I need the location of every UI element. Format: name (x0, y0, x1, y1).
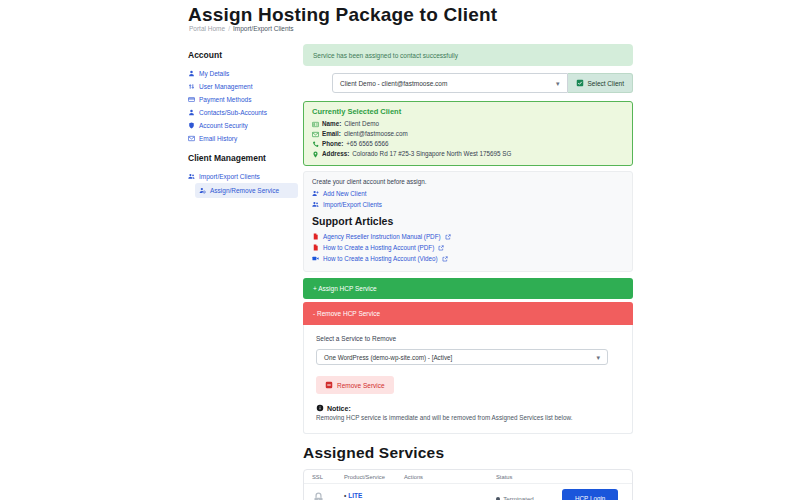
check-square-icon (576, 79, 584, 87)
sidebar: Account My Details User Management Payme… (188, 44, 298, 198)
col-actions: Actions (404, 474, 496, 480)
chevron-down-icon: ▾ (556, 80, 560, 87)
remove-service-button[interactable]: Remove Service (316, 376, 394, 394)
sidebar-item-my-details[interactable]: My Details (188, 67, 298, 80)
sidebar-item-account-security[interactable]: Account Security (188, 119, 298, 132)
user-plus-icon (312, 190, 319, 197)
support-article-link-hosting-video[interactable]: How to Create a Hosting Account (Video) (312, 253, 624, 264)
support-article-link-manual[interactable]: Agency Reseller Instruction Manual (PDF) (312, 231, 624, 242)
sidebar-item-import-export-clients[interactable]: Import/Export Clients (188, 170, 298, 183)
external-link-icon (442, 256, 448, 262)
bullet-icon: • (344, 492, 346, 499)
client-name-line: Name: Client Demo (312, 119, 624, 129)
users-icon (188, 173, 195, 180)
external-link-icon (438, 245, 444, 251)
users-icon (312, 201, 319, 208)
col-status: Status (496, 474, 562, 480)
user-icon (188, 109, 195, 116)
user-gear-icon (199, 187, 206, 194)
main-content: Service has been assigned to contact suc… (303, 44, 633, 500)
client-email-line: Email: client@fastmoose.com (312, 129, 624, 139)
pdf-file-icon (312, 244, 319, 251)
status-dot-icon (496, 497, 500, 500)
pdf-file-icon (312, 233, 319, 240)
remove-service-panel: Select a Service to Remove One WordPress… (303, 325, 633, 434)
breadcrumb-separator: / (228, 25, 230, 32)
video-icon (312, 255, 319, 262)
id-card-icon (312, 121, 319, 128)
notice-title: Notice: (327, 405, 351, 412)
col-product-service: Product/Service (344, 474, 404, 480)
table-row: •LITE ↳deletethistest.co.uk Terminated H… (304, 484, 632, 500)
client-select-row: Client Demo - client@fastmoose.com ▾ Sel… (303, 73, 633, 93)
assign-hosting-page: Assign Hosting Package to Client Portal … (0, 0, 800, 500)
add-new-client-link[interactable]: Add New Client (312, 188, 624, 199)
phone-icon (312, 141, 319, 148)
product-link[interactable]: •LITE (344, 492, 404, 499)
breadcrumb-home[interactable]: Portal Home (189, 25, 225, 32)
sidebar-item-assign-remove-service[interactable]: Assign/Remove Service (195, 183, 298, 198)
import-export-clients-link[interactable]: Import/Export Clients (312, 199, 624, 210)
hcp-login-button[interactable]: HCP Login (562, 489, 618, 500)
service-remove-select[interactable]: One WordPress (demo-wp-site.com) - [Acti… (316, 349, 608, 365)
support-articles-heading: Support Articles (312, 215, 624, 227)
credit-card-icon (188, 96, 195, 103)
assign-hcp-service-button[interactable]: + Assign HCP Service (303, 278, 633, 299)
external-link-icon (445, 234, 451, 240)
minus-square-icon (325, 381, 333, 389)
create-client-note: Create your client account before assign… (312, 178, 624, 185)
sidebar-client-management-heading: Client Management (188, 153, 298, 163)
client-phone-line: Phone: +65 6565 6566 (312, 139, 624, 149)
notice-block: Notice: Removing HCP service is immediat… (316, 404, 620, 421)
select-client-button[interactable]: Select Client (568, 73, 634, 93)
user-icon (188, 70, 195, 77)
assigned-services-table: SSL Product/Service Actions Status •LITE… (303, 469, 633, 500)
table-header-row: SSL Product/Service Actions Status (304, 470, 632, 484)
remove-hcp-service-button[interactable]: - Remove HCP Service (303, 302, 633, 325)
arrows-updown-icon (188, 83, 195, 90)
ssl-lock-icon (312, 491, 344, 500)
sidebar-item-contacts-sub-accounts[interactable]: Contacts/Sub-Accounts (188, 106, 298, 119)
chevron-down-icon: ▾ (596, 354, 600, 361)
map-marker-icon (312, 151, 319, 158)
breadcrumb-current: Import/Export Clients (233, 25, 294, 32)
sidebar-item-payment-methods[interactable]: Payment Methods (188, 93, 298, 106)
envelope-icon (188, 135, 195, 142)
currently-selected-client-panel: Currently Selected Client Name: Client D… (303, 101, 633, 166)
notice-text: Removing HCP service is immediate and wi… (316, 414, 620, 421)
sidebar-item-email-history[interactable]: Email History (188, 132, 298, 145)
selected-client-heading: Currently Selected Client (312, 107, 624, 116)
client-select-value: Client Demo - client@fastmoose.com (340, 80, 447, 87)
page-title: Assign Hosting Package to Client (188, 4, 497, 26)
service-remove-select-value: One WordPress (demo-wp-site.com) - [Acti… (324, 354, 452, 361)
sidebar-item-user-management[interactable]: User Management (188, 80, 298, 93)
status-badge: Terminated (496, 495, 562, 500)
create-client-panel: Create your client account before assign… (303, 171, 633, 272)
support-article-link-hosting-pdf[interactable]: How to Create a Hosting Account (PDF) (312, 242, 624, 253)
client-select[interactable]: Client Demo - client@fastmoose.com ▾ (332, 73, 568, 93)
shield-icon (188, 122, 195, 129)
client-address-line: Address: Colorado Rd 17 #25-3 Singapore … (312, 149, 624, 159)
info-circle-icon (316, 404, 324, 412)
service-remove-label: Select a Service to Remove (316, 335, 620, 342)
assigned-services-heading: Assigned Services (303, 444, 633, 462)
col-ssl: SSL (312, 474, 344, 480)
envelope-icon (312, 131, 319, 138)
sidebar-account-heading: Account (188, 50, 298, 60)
breadcrumb: Portal Home/Import/Export Clients (189, 25, 294, 32)
success-alert: Service has been assigned to contact suc… (303, 44, 633, 66)
